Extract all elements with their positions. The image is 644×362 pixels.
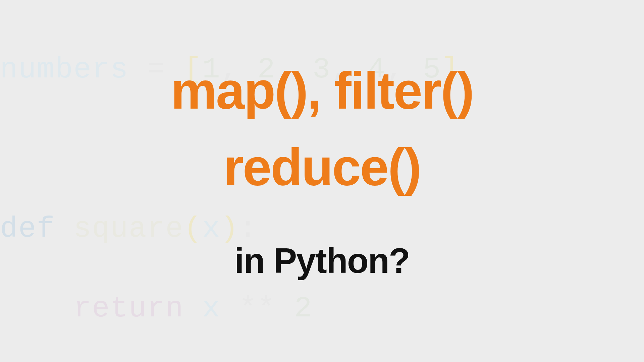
slide-content: map(), filter() reduce() in Python? — [0, 0, 644, 362]
subtitle-text: in Python? — [234, 241, 410, 281]
title-line-2: reduce() — [223, 137, 421, 197]
title-line-1: map(), filter() — [171, 61, 473, 121]
